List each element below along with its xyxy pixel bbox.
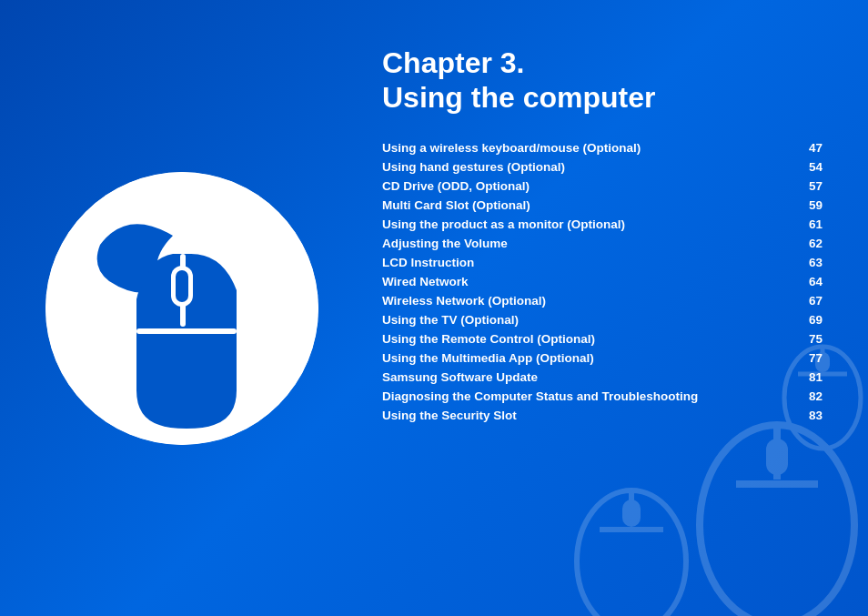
toc-item[interactable]: Wireless Network (Optional)67 bbox=[382, 294, 823, 308]
toc-item[interactable]: Using the Multimedia App (Optional)77 bbox=[382, 351, 823, 365]
toc-page-number: 83 bbox=[800, 409, 823, 422]
toc-label: CD Drive (ODD, Optional) bbox=[382, 179, 789, 193]
toc-list: Using a wireless keyboard/mouse (Optiona… bbox=[382, 141, 823, 422]
toc-page-number: 59 bbox=[800, 198, 823, 212]
toc-item[interactable]: Using the TV (Optional)69 bbox=[382, 313, 823, 327]
toc-page-number: 67 bbox=[800, 294, 823, 308]
toc-label: Multi Card Slot (Optional) bbox=[382, 198, 789, 212]
chapter-line2: Using the computer bbox=[382, 80, 823, 115]
toc-page-number: 82 bbox=[800, 389, 823, 403]
toc-page-number: 54 bbox=[800, 160, 823, 174]
toc-page-number: 75 bbox=[800, 332, 823, 346]
toc-page-number: 47 bbox=[800, 141, 823, 155]
svg-rect-15 bbox=[176, 270, 188, 302]
mouse-illustration bbox=[45, 172, 318, 445]
toc-label: Diagnosing the Computer Status and Troub… bbox=[382, 389, 789, 403]
toc-item[interactable]: Adjusting the Volume62 bbox=[382, 237, 823, 250]
right-panel: Chapter 3. Using the computer Using a wi… bbox=[364, 0, 868, 616]
toc-label: Using the product as a monitor (Optional… bbox=[382, 217, 789, 231]
toc-label: Using the Remote Control (Optional) bbox=[382, 332, 789, 346]
page: Chapter 3. Using the computer Using a wi… bbox=[0, 0, 868, 616]
toc-label: Wireless Network (Optional) bbox=[382, 294, 789, 308]
toc-page-number: 63 bbox=[800, 256, 823, 269]
toc-item[interactable]: Diagnosing the Computer Status and Troub… bbox=[382, 389, 823, 403]
toc-label: Using the Multimedia App (Optional) bbox=[382, 351, 789, 365]
toc-item[interactable]: Samsung Software Update81 bbox=[382, 370, 823, 384]
toc-label: Using the Security Slot bbox=[382, 409, 789, 422]
mouse-circle bbox=[45, 172, 318, 445]
chapter-line1: Chapter 3. bbox=[382, 45, 823, 80]
toc-label: Adjusting the Volume bbox=[382, 237, 789, 250]
toc-item[interactable]: Using hand gestures (Optional)54 bbox=[382, 160, 823, 174]
toc-item[interactable]: Wired Network64 bbox=[382, 275, 823, 288]
chapter-title: Chapter 3. Using the computer bbox=[382, 45, 823, 116]
left-panel bbox=[0, 0, 364, 616]
toc-label: Wired Network bbox=[382, 275, 789, 288]
toc-item[interactable]: Using a wireless keyboard/mouse (Optiona… bbox=[382, 141, 823, 155]
toc-label: Using hand gestures (Optional) bbox=[382, 160, 789, 174]
toc-page-number: 57 bbox=[800, 179, 823, 193]
toc-label: Using a wireless keyboard/mouse (Optiona… bbox=[382, 141, 789, 155]
toc-item[interactable]: Using the Security Slot83 bbox=[382, 409, 823, 422]
toc-page-number: 77 bbox=[800, 351, 823, 365]
toc-item[interactable]: LCD Instruction63 bbox=[382, 256, 823, 269]
toc-item[interactable]: CD Drive (ODD, Optional)57 bbox=[382, 179, 823, 193]
toc-page-number: 81 bbox=[800, 370, 823, 384]
toc-page-number: 62 bbox=[800, 237, 823, 250]
toc-label: Samsung Software Update bbox=[382, 370, 789, 384]
toc-label: LCD Instruction bbox=[382, 256, 789, 269]
toc-page-number: 61 bbox=[800, 217, 823, 231]
toc-page-number: 69 bbox=[800, 313, 823, 327]
toc-item[interactable]: Multi Card Slot (Optional)59 bbox=[382, 198, 823, 212]
toc-item[interactable]: Using the product as a monitor (Optional… bbox=[382, 217, 823, 231]
toc-page-number: 64 bbox=[800, 275, 823, 288]
toc-item[interactable]: Using the Remote Control (Optional)75 bbox=[382, 332, 823, 346]
toc-label: Using the TV (Optional) bbox=[382, 313, 789, 327]
svg-rect-16 bbox=[136, 328, 237, 334]
